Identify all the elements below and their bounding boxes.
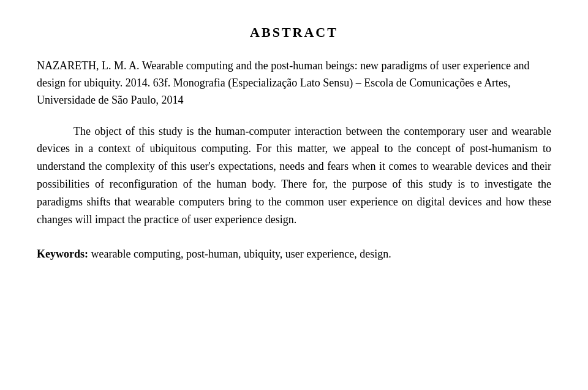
citation-text: NAZARETH, L. M. A. Wearable computing an… — [37, 59, 530, 106]
page-container: ABSTRACT NAZARETH, L. M. A. Wearable com… — [37, 25, 551, 263]
abstract-body: The object of this study is the human-co… — [37, 123, 551, 229]
keywords-label: Keywords: — [37, 248, 88, 260]
keywords-block: Keywords: wearable computing, post-human… — [37, 245, 551, 263]
abstract-paragraph-1: The object of this study is the human-co… — [37, 123, 551, 229]
abstract-title: ABSTRACT — [37, 25, 551, 40]
citation-block: NAZARETH, L. M. A. Wearable computing an… — [37, 58, 551, 109]
title-text: ABSTRACT — [250, 25, 338, 40]
keywords-text: wearable computing, post-human, ubiquity… — [91, 248, 391, 260]
abstract-paragraph-1-text: The object of this study is the human-co… — [37, 125, 551, 226]
